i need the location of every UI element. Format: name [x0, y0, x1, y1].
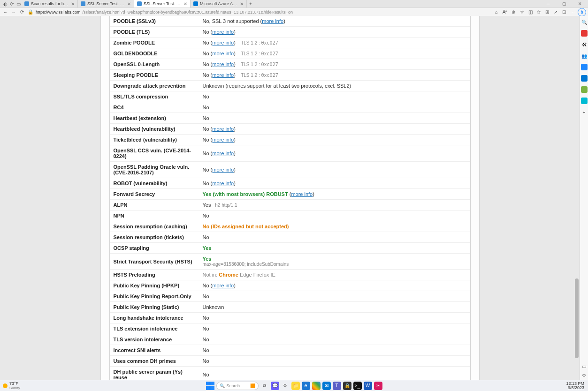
tab-3[interactable]: Microsoft Azure App Service · W… ✕: [191, 0, 247, 8]
profile-icon[interactable]: ◐: [2, 0, 8, 8]
site-lock-icon[interactable]: 🔒: [27, 9, 34, 15]
start-button[interactable]: [206, 382, 214, 390]
sidebar-outlook-icon[interactable]: [581, 75, 588, 82]
url-domain: https://www.ssllabs.com: [36, 10, 81, 15]
more-info-link[interactable]: more info: [291, 191, 313, 197]
more-info-link[interactable]: more info: [212, 126, 234, 132]
close-icon[interactable]: ✕: [240, 1, 244, 7]
row-label: Long handshake intolerance: [110, 313, 199, 323]
table-row: RC4No: [110, 102, 470, 113]
row-label: TLS extension intolerance: [110, 323, 199, 334]
sidebar-settings-icon[interactable]: ⚙: [582, 373, 586, 378]
collections-icon[interactable]: ▭: [15, 0, 22, 8]
row-value: Yes (with most browsers) ROBUST (more in…: [199, 189, 470, 200]
row-value: Unknown (requires support for at least t…: [199, 81, 470, 91]
table-row: Zombie POODLENo (more info) TLS 1.2 : 0x…: [110, 38, 470, 48]
row-label: SSL/TLS compression: [110, 91, 199, 102]
table-row: Forward SecrecyYes (with most browsers) …: [110, 189, 470, 200]
sidebar-search-icon[interactable]: 🔍: [581, 19, 588, 25]
more-info-link[interactable]: more info: [212, 29, 234, 35]
more-info-link[interactable]: more info: [212, 137, 234, 143]
chat-icon[interactable]: 💬: [271, 382, 279, 390]
row-label: Sleeping POODLE: [110, 70, 199, 81]
more-icon[interactable]: ⋯: [569, 9, 576, 15]
new-tab-button[interactable]: +: [247, 1, 254, 6]
split-icon[interactable]: ◫: [527, 9, 534, 15]
forward-button[interactable]: →: [10, 9, 17, 15]
close-icon[interactable]: ✕: [183, 1, 187, 7]
tab-1[interactable]: SSL Server Test: webappfrontdo… ✕: [78, 0, 134, 8]
edge-sidebar: 🔍 🛠 👥 +: [580, 16, 588, 380]
share-icon[interactable]: ↗: [552, 9, 559, 15]
more-info-link[interactable]: more info: [212, 61, 234, 67]
more-info-link[interactable]: more info: [262, 18, 283, 24]
row-value: No, SSL 3 not supported (more info): [199, 16, 470, 27]
more-info-link[interactable]: more info: [212, 40, 234, 45]
close-window-button[interactable]: ✕: [572, 0, 588, 8]
more-info-link[interactable]: more info: [212, 167, 234, 173]
sidebar-tools-icon[interactable]: 🛠: [581, 41, 588, 48]
row-label: OpenSSL Padding Oracle vuln. (CVE-2016-2…: [110, 162, 199, 178]
row-label: HSTS Preloading: [110, 270, 199, 280]
weather-sun-icon: [3, 383, 8, 388]
edge-sidebar-bottom: ▭ ⚙: [580, 364, 588, 378]
taskbar-weather[interactable]: 73°F Sunny: [0, 381, 20, 390]
favicon-icon: [24, 1, 29, 6]
zoom-icon[interactable]: ⊕: [510, 9, 517, 15]
row-label: Public Key Pinning (Static): [110, 302, 199, 313]
taskview-icon[interactable]: ⧉: [260, 382, 269, 390]
security-icon[interactable]: 🔒: [343, 382, 351, 390]
tab-label: SSL Server Test: webappfrontdo…: [144, 1, 182, 6]
sidebar-m365-icon[interactable]: [581, 64, 588, 70]
sidebar-shopping-icon[interactable]: [581, 30, 588, 37]
terminal-icon[interactable]: >_: [353, 382, 362, 390]
page-scroll[interactable]: POODLE (SSLv3)No, SSL 3 not supported (m…: [0, 16, 580, 380]
row-value: No: [199, 102, 470, 113]
text-size-icon[interactable]: Aᵃ: [502, 9, 508, 15]
copilot-icon[interactable]: b: [578, 8, 586, 16]
taskbar-search[interactable]: 🔍 Search 🟧: [216, 382, 259, 390]
system-tray[interactable]: 12:13 PM 9/5/2023: [566, 382, 588, 390]
close-icon[interactable]: ✕: [127, 1, 131, 7]
maximize-button[interactable]: ▢: [556, 0, 572, 8]
more-info-link[interactable]: more info: [212, 150, 234, 156]
row-value: No (more info): [199, 145, 470, 162]
table-row: TLS version intoleranceNo: [110, 334, 470, 345]
home-icon[interactable]: ⌂: [493, 9, 500, 15]
explorer-icon[interactable]: 📁: [291, 382, 300, 390]
back-button[interactable]: ←: [2, 9, 8, 15]
row-value: No: [199, 232, 470, 243]
collections-icon[interactable]: ⊞: [544, 9, 550, 15]
more-info-link[interactable]: more info: [212, 283, 234, 288]
more-info-link[interactable]: more info: [212, 180, 234, 186]
history-icon[interactable]: ⟳: [8, 0, 15, 8]
teams-icon[interactable]: T: [333, 382, 341, 390]
row-value: No: [199, 345, 470, 356]
snip-icon[interactable]: ✂: [374, 382, 382, 390]
word-icon[interactable]: W: [364, 382, 372, 390]
sidebar-add-icon[interactable]: +: [581, 109, 588, 115]
close-icon[interactable]: ✕: [71, 1, 75, 7]
outlook-icon[interactable]: ✉: [322, 382, 331, 390]
extensions-icon[interactable]: ⊡: [561, 9, 567, 15]
refresh-button[interactable]: ⟳: [19, 9, 25, 15]
more-info-link[interactable]: more info: [212, 51, 234, 56]
sidebar-panel-icon[interactable]: ▭: [582, 364, 586, 369]
tab-2[interactable]: SSL Server Test: webappfrontdo… ✕: [134, 0, 191, 8]
chrome-icon[interactable]: [312, 382, 321, 390]
table-row: Public Key Pinning Report-OnlyNo: [110, 291, 470, 302]
sidebar-msft-icon[interactable]: [581, 98, 588, 104]
url-input[interactable]: https://www.ssllabs.com/ssltest/analyze.…: [36, 10, 293, 15]
favorite-star-icon[interactable]: ☆: [519, 9, 525, 15]
sidebar-notes-icon[interactable]: [581, 86, 588, 93]
edge-icon[interactable]: e: [302, 382, 310, 390]
sidebar-people-icon[interactable]: 👥: [581, 53, 588, 59]
row-value: No (more info) TLS 1.2 : 0xc027: [199, 48, 470, 59]
tls-note: TLS 1.2 : 0xc027: [238, 40, 278, 45]
more-info-link[interactable]: more info: [212, 72, 234, 78]
favorites-icon[interactable]: ✩: [535, 9, 542, 15]
tab-0[interactable]: Scan results for https://webapp… ✕: [22, 0, 78, 8]
settings-icon[interactable]: ⚙: [281, 382, 290, 390]
search-badge-icon: 🟧: [250, 383, 255, 388]
minimize-button[interactable]: ─: [540, 0, 556, 8]
